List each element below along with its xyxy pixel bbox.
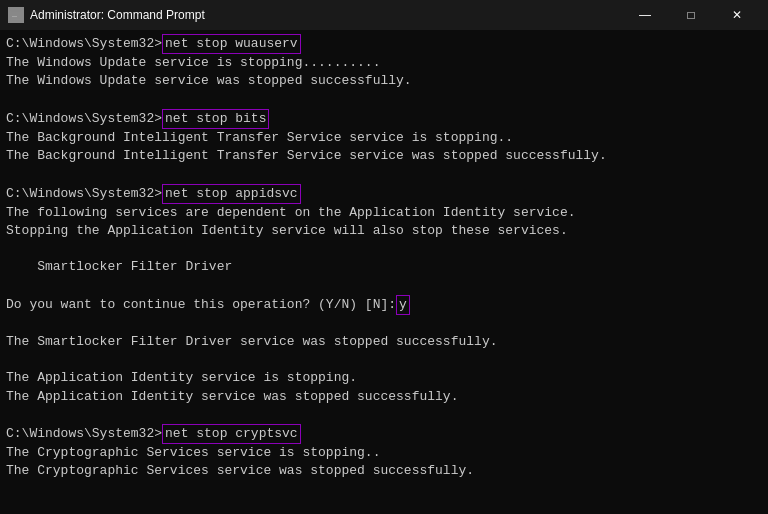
output-line-10: The Application Identity service was sto…	[6, 388, 762, 406]
blank-1	[6, 91, 762, 109]
blank-3	[6, 240, 762, 258]
output-line-2: The Windows Update service was stopped s…	[6, 72, 762, 90]
output-line-12: The Cryptographic Services service was s…	[6, 462, 762, 480]
window: Administrator: Command Prompt — □ ✕ C:\W…	[0, 0, 768, 514]
terminal-body: C:\Windows\System32>net stop wuauserv Th…	[0, 30, 768, 514]
command-highlight-1: net stop wuauserv	[162, 34, 301, 54]
output-line-11: The Cryptographic Services service is st…	[6, 444, 762, 462]
prompt-2: C:\Windows\System32>	[6, 110, 162, 128]
command-line-2: C:\Windows\System32>net stop bits	[6, 109, 762, 129]
command-line-3: C:\Windows\System32>net stop appidsvc	[6, 184, 762, 204]
output-line-9: The Application Identity service is stop…	[6, 369, 762, 387]
input-prompt-line: Do you want to continue this operation? …	[6, 295, 762, 315]
output-line-1: The Windows Update service is stopping..…	[6, 54, 762, 72]
blank-2	[6, 165, 762, 183]
titlebar: Administrator: Command Prompt — □ ✕	[0, 0, 768, 30]
input-prompt-text: Do you want to continue this operation? …	[6, 296, 396, 314]
blank-5	[6, 315, 762, 333]
window-icon	[8, 7, 24, 23]
output-line-4: The Background Intelligent Transfer Serv…	[6, 147, 762, 165]
prompt-3: C:\Windows\System32>	[6, 185, 162, 203]
blank-6	[6, 351, 762, 369]
prompt-4: C:\Windows\System32>	[6, 425, 162, 443]
output-line-7: Smartlocker Filter Driver	[6, 258, 762, 276]
command-line-4: C:\Windows\System32>net stop cryptsvc	[6, 424, 762, 444]
titlebar-controls: — □ ✕	[622, 0, 760, 30]
command-highlight-3: net stop appidsvc	[162, 184, 301, 204]
user-input-y: y	[396, 295, 410, 315]
blank-7	[6, 406, 762, 424]
window-title: Administrator: Command Prompt	[30, 8, 622, 22]
output-line-6: Stopping the Application Identity servic…	[6, 222, 762, 240]
output-line-3: The Background Intelligent Transfer Serv…	[6, 129, 762, 147]
minimize-button[interactable]: —	[622, 0, 668, 30]
command-highlight-4: net stop cryptsvc	[162, 424, 301, 444]
blank-4	[6, 276, 762, 294]
maximize-button[interactable]: □	[668, 0, 714, 30]
prompt-1: C:\Windows\System32>	[6, 35, 162, 53]
close-button[interactable]: ✕	[714, 0, 760, 30]
output-line-5: The following services are dependent on …	[6, 204, 762, 222]
output-line-8: The Smartlocker Filter Driver service wa…	[6, 333, 762, 351]
svg-rect-0	[10, 11, 22, 20]
command-line-1: C:\Windows\System32>net stop wuauserv	[6, 34, 762, 54]
command-highlight-2: net stop bits	[162, 109, 269, 129]
